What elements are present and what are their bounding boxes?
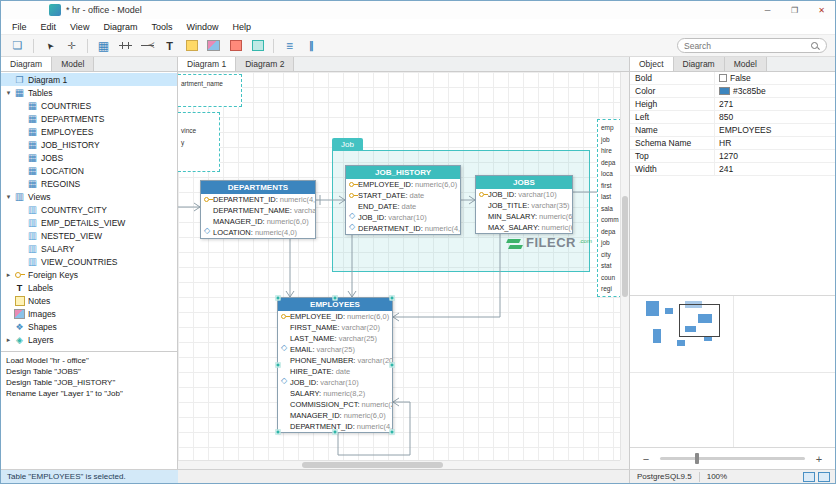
- selection-handle[interactable]: [333, 430, 338, 435]
- tree-item-location[interactable]: LOCATION: [1, 164, 177, 177]
- tree-item-salary[interactable]: SALARY: [1, 242, 177, 255]
- tree-item-employees[interactable]: EMPLOYEES: [1, 125, 177, 138]
- new-text-button[interactable]: [159, 36, 180, 55]
- table-jobs[interactable]: JOBSJOB_ID:varchar(10)JOB_TITLE:varchar(…: [475, 175, 573, 234]
- horizontal-scrollbar-thumb[interactable]: [302, 462, 443, 468]
- tree-item-notes[interactable]: Notes: [1, 294, 177, 307]
- property-row-color[interactable]: Color#3c85be: [630, 85, 835, 98]
- selection-handle[interactable]: [390, 363, 395, 368]
- move-tool-button[interactable]: [61, 36, 82, 55]
- selection-handle[interactable]: [276, 363, 281, 368]
- diagram-tab-diagram-1[interactable]: Diagram 1: [178, 57, 236, 71]
- tree-item-view-countries[interactable]: VIEW_COUNTRIES: [1, 255, 177, 268]
- search-box[interactable]: [677, 38, 827, 53]
- align-objects-button[interactable]: [279, 36, 300, 55]
- left-tab-model[interactable]: Model: [52, 57, 94, 71]
- tree-item-layers[interactable]: ▸Layers: [1, 333, 177, 346]
- tree-item-views[interactable]: ▾Views: [1, 190, 177, 203]
- property-row-schema-name[interactable]: Schema NameHR: [630, 137, 835, 150]
- property-value[interactable]: #3c85be: [714, 85, 835, 97]
- partial-table-left-bottom[interactable]: vincey: [178, 112, 220, 172]
- tree-item-foreign-keys[interactable]: ▸Foreign Keys: [1, 268, 177, 281]
- panel-toggle-left-button[interactable]: [803, 472, 815, 482]
- expand-arrow-icon[interactable]: ▾: [4, 193, 13, 201]
- menu-diagram[interactable]: Diagram: [96, 22, 144, 32]
- property-row-left[interactable]: Left850: [630, 111, 835, 124]
- property-value[interactable]: False: [714, 72, 835, 84]
- new-image-button[interactable]: [203, 36, 224, 55]
- tree-item-diagram-1[interactable]: Diagram 1: [1, 73, 177, 86]
- one-to-many-relation-button[interactable]: [137, 36, 158, 55]
- property-row-name[interactable]: NameEMPLOYEES: [630, 124, 835, 137]
- selection-handle[interactable]: [390, 430, 395, 435]
- vertical-scrollbar[interactable]: [620, 72, 629, 460]
- tree-item-labels[interactable]: Labels: [1, 281, 177, 294]
- selection-handle[interactable]: [390, 296, 395, 301]
- tree-item-images[interactable]: Images: [1, 307, 177, 320]
- expand-arrow-icon[interactable]: ▾: [4, 89, 13, 97]
- expand-arrow-icon[interactable]: ▸: [4, 271, 13, 279]
- partial-table-right[interactable]: empjobhiredepalocafirstlastsalacommdepaj…: [597, 119, 620, 297]
- tree-item-jobs[interactable]: JOBS: [1, 151, 177, 164]
- property-value[interactable]: 241: [714, 163, 835, 175]
- one-to-one-relation-button[interactable]: [115, 36, 136, 55]
- menu-edit[interactable]: Edit: [34, 22, 64, 32]
- left-tab-diagram[interactable]: Diagram: [1, 57, 52, 71]
- menu-file[interactable]: File: [5, 22, 34, 32]
- property-row-heigh[interactable]: Heigh271: [630, 98, 835, 111]
- menu-window[interactable]: Window: [179, 22, 225, 32]
- property-value[interactable]: HR: [714, 137, 835, 149]
- property-row-top[interactable]: Top1270: [630, 150, 835, 163]
- diagram-minimap[interactable]: [630, 295, 835, 447]
- new-note-button[interactable]: [225, 36, 246, 55]
- diagram-tab-diagram-2[interactable]: Diagram 2: [236, 57, 294, 71]
- menu-tools[interactable]: Tools: [144, 22, 179, 32]
- checkbox-icon[interactable]: [719, 74, 727, 82]
- pointer-button[interactable]: [39, 36, 60, 55]
- maximize-button[interactable]: ❐: [781, 2, 808, 19]
- table-job-history[interactable]: JOB_HISTORYEMPLOYEE_ID:numeric(6,0)START…: [345, 165, 461, 235]
- property-row-bold[interactable]: BoldFalse: [630, 72, 835, 85]
- tree-item-job-history[interactable]: JOB_HISTORY: [1, 138, 177, 151]
- menu-help[interactable]: Help: [225, 22, 258, 32]
- tree-item-regoins[interactable]: REGOINS: [1, 177, 177, 190]
- search-input[interactable]: [684, 41, 810, 51]
- expand-arrow-icon[interactable]: ▸: [4, 336, 13, 344]
- diagram-canvas[interactable]: Job artme: [178, 72, 620, 460]
- table-employees[interactable]: EMPLOYEESEMPLOYEE_ID:numeric(6,0)FIRST_N…: [277, 297, 393, 433]
- tree-item-country-city[interactable]: COUNTRY_CITY: [1, 203, 177, 216]
- zoom-slider[interactable]: [660, 457, 805, 460]
- tree-item-emp-details-view[interactable]: EMP_DETAILS_VIEW: [1, 216, 177, 229]
- right-tab-model[interactable]: Model: [725, 57, 767, 71]
- zoom-slider-thumb[interactable]: [695, 453, 699, 464]
- tree-item-departments[interactable]: DEPARTMENTS: [1, 112, 177, 125]
- new-label-button[interactable]: [181, 36, 202, 55]
- zoom-in-button[interactable]: +: [813, 453, 825, 465]
- menu-view[interactable]: View: [63, 22, 96, 32]
- tree-item-shapes[interactable]: Shapes: [1, 320, 177, 333]
- table-departments[interactable]: DEPARTMENTSDEPARTMENT_ID:numeric(4,0)DEP…: [200, 180, 316, 239]
- right-tab-diagram[interactable]: Diagram: [674, 57, 725, 71]
- distribute-objects-button[interactable]: [301, 36, 322, 55]
- partial-table-left-top[interactable]: artment_name: [178, 74, 242, 107]
- selection-handle[interactable]: [276, 430, 281, 435]
- property-value[interactable]: EMPLOYEES: [714, 124, 835, 136]
- tree-item-nested-view[interactable]: NESTED_VIEW: [1, 229, 177, 242]
- horizontal-scrollbar[interactable]: [178, 460, 620, 469]
- minimize-button[interactable]: ─: [754, 2, 781, 19]
- new-model-button[interactable]: [7, 36, 28, 55]
- property-value[interactable]: 271: [714, 98, 835, 110]
- vertical-scrollbar-thumb[interactable]: [622, 196, 628, 297]
- selection-handle[interactable]: [276, 296, 281, 301]
- property-row-width[interactable]: Width241: [630, 163, 835, 176]
- right-tab-object[interactable]: Object: [630, 57, 674, 71]
- zoom-out-button[interactable]: −: [640, 453, 652, 465]
- tree-item-tables[interactable]: ▾Tables: [1, 86, 177, 99]
- panel-toggle-right-button[interactable]: [818, 472, 830, 482]
- tree-item-countries[interactable]: COUNTRIES: [1, 99, 177, 112]
- new-layer-button[interactable]: [247, 36, 268, 55]
- minimap-viewport[interactable]: [679, 304, 720, 337]
- selection-handle[interactable]: [333, 296, 338, 301]
- property-value[interactable]: 850: [714, 111, 835, 123]
- close-button[interactable]: ✕: [808, 2, 835, 19]
